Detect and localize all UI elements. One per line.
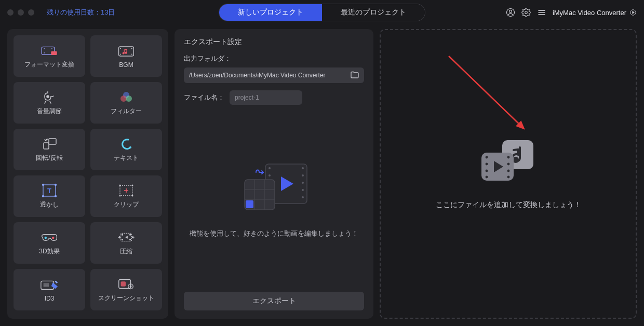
svg-point-35 [119, 195, 121, 197]
svg-rect-13 [119, 47, 134, 56]
tool-3d[interactable]: 3D効果 [14, 222, 85, 264]
menu-icon[interactable] [537, 8, 546, 17]
filename-input[interactable] [230, 90, 302, 105]
export-title: エクスポート設定 [184, 37, 364, 47]
tool-id3[interactable]: ID3 [14, 269, 85, 310]
svg-point-79 [507, 176, 509, 179]
editor-placeholder: 機能を使用して、好きのように動画を編集しましょう！ [184, 112, 364, 287]
account-icon[interactable] [506, 8, 515, 17]
output-folder-label: 出力フォルダ： [184, 54, 364, 63]
main-content: フォーマット変換 BGM 音量調節 フィルター 回転/反転 [0, 25, 644, 326]
svg-point-16 [131, 48, 132, 49]
tool-filter[interactable]: フィルター [90, 82, 162, 124]
browse-folder-icon[interactable] [346, 71, 359, 80]
svg-point-14 [120, 48, 121, 49]
tab-recent-project[interactable]: 最近のプロジェクト [322, 4, 425, 21]
close-window-button[interactable] [7, 9, 14, 16]
svg-point-22 [126, 96, 132, 102]
glasses-3d-icon [40, 230, 59, 244]
dropzone-hint: ここにファイルを追加して変換しましょう！ [436, 200, 581, 210]
svg-point-9 [44, 52, 45, 53]
svg-point-40 [122, 234, 123, 235]
editor-placeholder-icon [235, 160, 313, 217]
svg-point-25 [129, 146, 131, 148]
tool-rotate[interactable]: 回転/反転 [14, 129, 85, 170]
tools-sidebar: フォーマット変換 BGM 音量調節 フィルター 回転/反転 [7, 29, 168, 319]
svg-rect-12 [51, 51, 57, 55]
svg-point-60 [302, 189, 304, 191]
tool-label: フィルター [111, 107, 142, 116]
svg-point-42 [122, 239, 123, 240]
svg-point-38 [52, 237, 55, 239]
tool-clip[interactable]: クリップ [90, 175, 162, 217]
titlebar: 残りの使用日数：13日 新しいプロジェクト 最近のプロジェクト iMyMac V… [0, 0, 644, 25]
svg-point-52 [269, 167, 271, 169]
tool-format-convert[interactable]: フォーマット変換 [14, 35, 85, 77]
tool-screenshot[interactable]: スクリーンショット [90, 269, 162, 310]
tool-label: 透かし [40, 200, 59, 209]
svg-point-58 [302, 174, 304, 176]
tool-label: フォーマット変換 [24, 60, 74, 69]
pointer-arrow-icon [444, 51, 553, 150]
svg-point-33 [119, 185, 121, 186]
clip-icon [117, 183, 136, 198]
settings-icon[interactable] [521, 8, 531, 17]
window-controls [7, 9, 34, 16]
tool-label: 3D効果 [39, 247, 59, 256]
output-folder-path[interactable]: /Users/zoen/Documents/iMyMac Video Conve… [184, 67, 364, 83]
minimize-window-button[interactable] [18, 9, 24, 16]
format-convert-icon [40, 43, 59, 58]
file-drop-zone[interactable]: ここにファイルを追加して変換しましょう！ [380, 29, 637, 319]
tool-label: 圧縮 [120, 247, 132, 256]
filter-icon [117, 90, 136, 104]
svg-point-1 [509, 10, 512, 12]
tool-label: スクリーンショット [98, 294, 154, 303]
svg-rect-24 [49, 139, 56, 144]
svg-point-8 [44, 48, 45, 49]
filename-label: ファイル名： [184, 93, 224, 102]
export-panel: エクスポート設定 出力フォルダ： /Users/zoen/Documents/i… [175, 29, 373, 319]
export-button[interactable]: エクスポート [184, 292, 364, 310]
svg-point-53 [269, 174, 271, 176]
maximize-window-button[interactable] [28, 9, 34, 16]
rotate-icon [40, 137, 59, 151]
svg-point-43 [130, 239, 131, 240]
tool-bgm[interactable]: BGM [90, 35, 162, 77]
svg-point-18 [47, 96, 49, 98]
tool-watermark[interactable]: T 透かし [14, 175, 85, 217]
svg-point-75 [485, 176, 488, 179]
svg-rect-23 [44, 143, 49, 149]
svg-point-59 [302, 182, 304, 184]
svg-point-72 [485, 156, 488, 159]
svg-point-50 [130, 286, 132, 288]
volume-icon [40, 90, 59, 104]
svg-point-10 [51, 48, 52, 49]
svg-point-76 [507, 156, 509, 159]
tool-compress[interactable]: 圧縮 [90, 222, 162, 264]
svg-point-15 [120, 53, 121, 55]
svg-point-77 [507, 163, 509, 166]
text-icon [117, 137, 136, 151]
svg-point-74 [485, 170, 488, 172]
tool-label: テキスト [114, 154, 139, 162]
id3-icon [40, 278, 59, 292]
tool-label: BGM [119, 61, 133, 69]
svg-point-61 [302, 196, 304, 198]
svg-point-41 [130, 234, 131, 235]
svg-point-30 [55, 196, 57, 197]
tool-label: 音量調節 [37, 107, 62, 116]
svg-point-17 [131, 53, 132, 55]
tab-new-project[interactable]: 新しいプロジェクト [219, 4, 322, 21]
media-files-icon [477, 138, 540, 185]
watermark-icon: T [40, 183, 59, 198]
bgm-icon [117, 44, 136, 59]
svg-rect-48 [121, 281, 126, 286]
screenshot-icon [117, 277, 136, 291]
tool-volume[interactable]: 音量調節 [14, 82, 85, 124]
tool-text[interactable]: テキスト [90, 129, 162, 170]
svg-point-78 [507, 170, 509, 172]
svg-point-36 [132, 195, 133, 197]
trial-days-label: 残りの使用日数：13日 [47, 8, 115, 17]
app-name-label: iMyMac Video Converter [553, 9, 637, 17]
svg-point-57 [302, 167, 304, 169]
